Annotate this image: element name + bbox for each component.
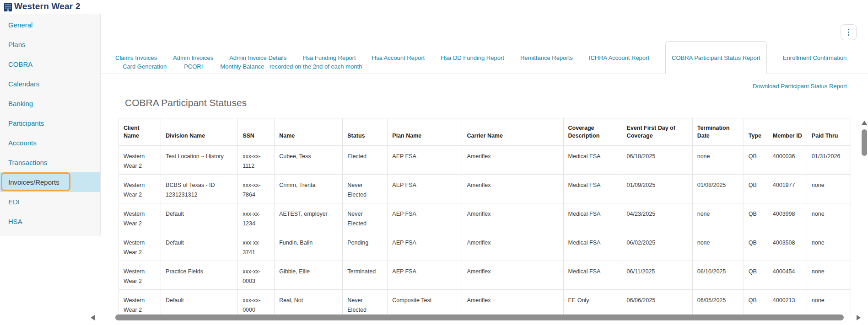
table-cell: Fundin, Balin xyxy=(275,232,343,261)
table-row: Western Wear 2BCBS of Texas - ID 1231231… xyxy=(119,175,851,203)
column-header-division-name: Division Name xyxy=(161,118,238,146)
tab-card-generation[interactable]: Card Generation xyxy=(123,63,167,70)
table-cell: AEP FSA xyxy=(388,261,462,290)
table-cell: QB xyxy=(744,203,768,232)
column-header-status: Status xyxy=(343,118,388,146)
sidebar-item-general[interactable]: General xyxy=(0,15,100,35)
table-cell: 4000454 xyxy=(768,261,807,290)
table-cell: 4003508 xyxy=(768,232,807,261)
table-cell: Western Wear 2 xyxy=(119,203,161,232)
table-cell: none xyxy=(807,175,851,203)
sidebar-item-cobra[interactable]: COBRA xyxy=(0,54,100,74)
vertical-scrollbar-thumb[interactable] xyxy=(862,129,867,156)
table-cell: xxx-xx-3741 xyxy=(238,232,275,261)
table-cell: 4001977 xyxy=(768,175,807,203)
table-cell: Elected xyxy=(343,146,388,175)
sidebar-item-label: Participants xyxy=(8,119,44,127)
sidebar-item-label: Invoices/Reports xyxy=(8,178,59,186)
sidebar-item-label: EDI xyxy=(8,198,20,206)
column-header-carrier-name: Carrier Name xyxy=(462,118,563,146)
table-cell: BCBS of Texas - ID 1231231312 xyxy=(161,175,238,203)
table-cell: Real, Not xyxy=(275,290,343,315)
table-cell: AEP FSA xyxy=(388,175,462,203)
sidebar-item-plans[interactable]: Plans xyxy=(0,35,100,54)
sidebar-item-calendars[interactable]: Calendars xyxy=(0,74,100,94)
scroll-left-arrow-icon[interactable] xyxy=(91,315,95,320)
tab-hsa-dd-funding-report[interactable]: Hsa DD Funding Report xyxy=(441,54,504,61)
table-cell: Ameriflex xyxy=(462,175,563,203)
report-tabs-row-2: Card GenerationPCORIMonthly Balance - re… xyxy=(123,59,362,73)
column-header-event-first-day-of-coverage: Event First Day of Coverage xyxy=(622,118,692,146)
table-cell: EE Only xyxy=(563,290,622,315)
table-row: Western Wear 2Defaultxxx-xx-3741Fundin, … xyxy=(119,232,851,261)
sidebar-item-participants[interactable]: Participants xyxy=(0,113,100,133)
tab-enrollment-confirmation[interactable]: Enrollment Confirmation xyxy=(783,54,846,61)
tab-hsa-account-report[interactable]: Hsa Account Report xyxy=(372,54,425,61)
table-cell: AEP FSA xyxy=(388,203,462,232)
column-header-coverage-description: Coverage Description xyxy=(563,118,622,146)
table-header-row: Client NameDivision NameSSNNameStatusPla… xyxy=(119,118,851,146)
column-header-termination-date: Termination Date xyxy=(692,118,744,146)
sidebar-item-hsa[interactable]: HSA xyxy=(0,212,100,231)
table-cell: Default xyxy=(161,203,238,232)
table-cell: Composite Test xyxy=(388,290,462,315)
sidebar-item-label: Plans xyxy=(8,41,26,48)
table-cell: 01/09/2025 xyxy=(622,175,692,203)
sidebar-item-label: Accounts xyxy=(8,139,37,147)
kebab-menu-icon xyxy=(848,29,849,30)
sidebar-item-transactions[interactable]: Transactions xyxy=(0,153,100,172)
table-cell: Ameriflex xyxy=(462,203,563,232)
table-cell: QB xyxy=(744,175,768,203)
sidebar-item-label: COBRA xyxy=(8,60,32,68)
horizontal-scrollbar-thumb[interactable] xyxy=(115,314,844,320)
download-participant-status-report-link[interactable]: Download Participant Status Report xyxy=(753,83,847,90)
column-header-type: Type xyxy=(744,118,768,146)
kebab-menu-button[interactable] xyxy=(841,24,857,40)
table-cell: none xyxy=(692,146,744,175)
sidebar-nav: GeneralPlansCOBRACalendarsBankingPartici… xyxy=(0,14,101,235)
table-cell: Practice Fields xyxy=(161,261,238,290)
table-cell: Never Elected xyxy=(343,203,388,232)
table-cell: Medical FSA xyxy=(563,232,622,261)
table-cell: Default xyxy=(161,232,238,261)
table-cell: Ameriflex xyxy=(462,261,563,290)
table-cell: none xyxy=(807,290,851,315)
table-cell: Ameriflex xyxy=(462,232,563,261)
tab-cobra-participant-status-report[interactable]: COBRA Participant Status Report xyxy=(665,41,767,74)
tab-pcori[interactable]: PCORI xyxy=(184,63,203,70)
table-cell: 01/08/2025 xyxy=(692,175,744,203)
sidebar-item-accounts[interactable]: Accounts xyxy=(0,133,100,153)
table-cell: Gibble, Ellie xyxy=(275,261,343,290)
table-cell: Medical FSA xyxy=(563,261,622,290)
app-header: Western Wear 2 xyxy=(0,0,868,14)
table-cell: Western Wear 2 xyxy=(119,232,161,261)
tab-remittance-reports[interactable]: Remittance Reports xyxy=(520,54,573,61)
table-cell: Western Wear 2 xyxy=(119,261,161,290)
column-header-ssn: SSN xyxy=(238,118,275,146)
table-cell: QB xyxy=(744,290,768,315)
scroll-up-arrow-icon[interactable] xyxy=(862,121,867,125)
participant-status-table-container: Client NameDivision NameSSNNameStatusPla… xyxy=(119,118,852,315)
sidebar-item-label: HSA xyxy=(8,218,22,225)
table-cell: QB xyxy=(744,232,768,261)
scroll-right-arrow-icon[interactable] xyxy=(857,315,861,320)
table-cell: 06/06/2025 xyxy=(622,290,692,315)
table-cell: Medical FSA xyxy=(563,146,622,175)
sidebar-item-invoices-reports[interactable]: Invoices/Reports xyxy=(0,172,100,192)
table-cell: Western Wear 2 xyxy=(119,175,161,203)
table-cell: Medical FSA xyxy=(563,203,622,232)
table-cell: QB xyxy=(744,146,768,175)
table-cell: 06/05/2025 xyxy=(692,290,744,315)
sidebar-item-banking[interactable]: Banking xyxy=(0,94,100,113)
tab-ichra-account-report[interactable]: ICHRA Account Report xyxy=(589,54,649,61)
table-cell: none xyxy=(807,232,851,261)
table-cell: Ameriflex xyxy=(462,290,563,315)
tab-monthly-balance-recorded-on-the-2nd-of-each-month[interactable]: Monthly Balance - recorded on the 2nd of… xyxy=(220,63,362,70)
column-header-client-name: Client Name xyxy=(119,118,161,146)
sidebar-item-edi[interactable]: EDI xyxy=(0,192,100,212)
table-cell: Never Elected xyxy=(343,290,388,315)
participant-status-table: Client NameDivision NameSSNNameStatusPla… xyxy=(119,118,851,315)
sidebar-item-label: General xyxy=(8,21,32,29)
building-icon xyxy=(4,3,12,13)
column-header-name: Name xyxy=(275,118,343,146)
